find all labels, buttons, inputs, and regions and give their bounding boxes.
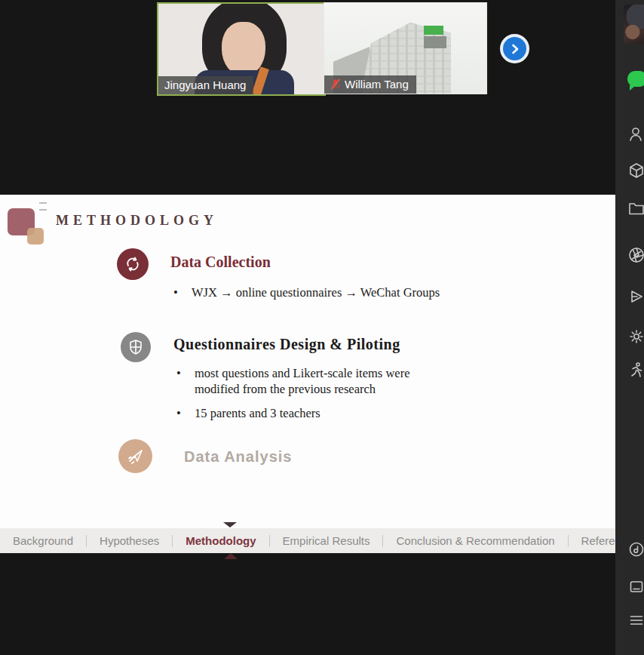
shared-slide: METHODOLOGY Data Collection WJX → online…	[0, 195, 615, 528]
user-avatar[interactable]	[624, 5, 644, 44]
participant-name: William Tang	[345, 78, 409, 91]
tab-empirical-results[interactable]: Empirical Results	[270, 534, 383, 547]
tab-background[interactable]: Background	[0, 534, 86, 547]
bullet-item: most questions and Likert-scale items we…	[195, 365, 455, 397]
paper-plane-icon	[118, 439, 152, 473]
cycle-arrows-icon	[117, 248, 149, 280]
shield-icon	[121, 332, 151, 362]
slide-nav-tabbar: Background Hypotheses Methodology Empiri…	[0, 528, 615, 553]
active-tab-pointer-top	[223, 522, 237, 527]
settings-gear-icon[interactable]	[627, 328, 644, 346]
active-tab-pointer-bottom	[224, 553, 238, 559]
record-clock-icon[interactable]	[627, 540, 644, 558]
app-sidebar	[615, 0, 644, 655]
files-folder-icon[interactable]	[627, 199, 644, 217]
slide-title: METHODOLOGY	[56, 213, 218, 229]
participant-name-tag: William Tang	[324, 75, 416, 94]
apps-cube-icon[interactable]	[627, 161, 644, 180]
leave-runner-icon[interactable]	[627, 361, 644, 379]
bullet-item: WJX → online questionnaires → WeChat Gro…	[192, 284, 440, 300]
tab-references[interactable]: References	[569, 534, 615, 547]
tab-conclusion-recommendation[interactable]: Conclusion & Recommendation	[383, 534, 567, 547]
tab-methodology[interactable]: Methodology	[173, 534, 268, 547]
video-tile[interactable]: William Tang	[324, 2, 487, 94]
window-icon[interactable]	[627, 578, 644, 596]
chevron-right-icon	[509, 43, 521, 55]
section-heading: Data Collection	[170, 254, 271, 271]
menu-lines-icon[interactable]	[627, 611, 644, 629]
participant-name-tag: Jingyuan Huang	[158, 76, 253, 94]
participant-name: Jingyuan Huang	[164, 78, 246, 91]
chat-bubble-icon[interactable]	[627, 71, 644, 87]
mic-muted-icon	[330, 78, 340, 90]
video-tile-speaker[interactable]: Jingyuan Huang	[157, 2, 326, 96]
share-play-icon[interactable]	[627, 288, 644, 306]
tab-hypotheses[interactable]: Hypotheses	[87, 534, 172, 547]
section-heading: Data Analysis	[184, 448, 292, 466]
meeting-window: Jingyuan Huang William Tang METHODOLOGY	[0, 0, 644, 655]
next-participants-button[interactable]	[500, 34, 529, 63]
section-heading: Questionnaires Design & Piloting	[173, 336, 400, 353]
browser-aperture-icon[interactable]	[627, 246, 644, 264]
bullet-item: 15 parents and 3 teachers	[195, 405, 320, 421]
contacts-icon[interactable]	[627, 125, 644, 143]
